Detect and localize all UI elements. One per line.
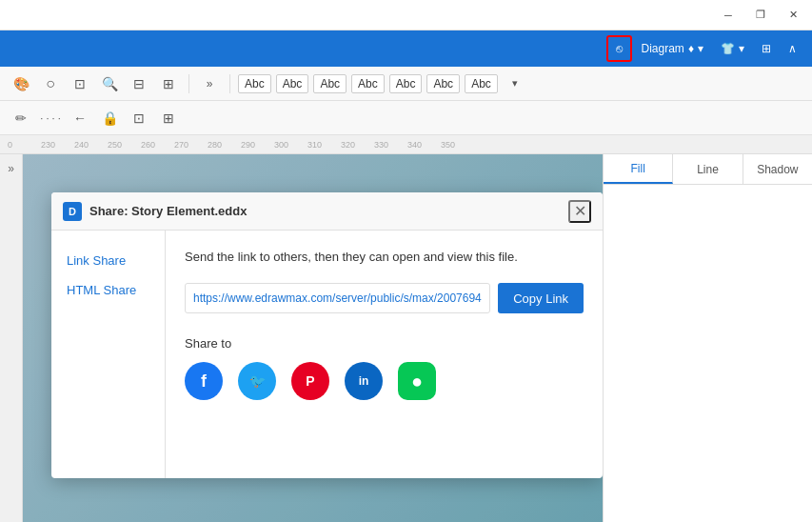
abc-btn-1[interactable]: Abc [238, 74, 271, 93]
line-style-button[interactable]: · · · · [37, 105, 64, 131]
ruler-250: 250 [108, 140, 141, 150]
grid2-button[interactable]: ⊞ [155, 70, 182, 97]
dialog-overlay: D Share: Story Element.eddx ✕ Link Share… [23, 154, 603, 522]
select-button[interactable]: ⊡ [126, 105, 152, 131]
brush-button[interactable]: ✏ [8, 105, 34, 131]
circle-button[interactable]: ○ [37, 70, 64, 97]
canvas-area[interactable]: D Share: Story Element.eddx ✕ Link Share… [23, 154, 603, 522]
tab-fill[interactable]: Fill [604, 154, 673, 184]
grid-icon: ⊞ [762, 42, 771, 55]
toolbar-row2: ✏ · · · · ← 🔒 ⊡ ⊞ [0, 101, 812, 135]
connect-button[interactable]: ⊞ [155, 105, 182, 131]
sidebar-item-link-share[interactable]: Link Share [51, 246, 165, 275]
copy-link-button[interactable]: Copy Link [498, 283, 584, 313]
title-bar: ─ ❐ ✕ [0, 0, 812, 30]
pinterest-share-button[interactable]: P [291, 362, 329, 400]
dialog-sidebar: Link Share HTML Share [51, 231, 166, 478]
crop-icon: ⊡ [74, 76, 86, 91]
abc-btn-6[interactable]: Abc [426, 74, 460, 93]
lock-button[interactable]: 🔒 [96, 105, 123, 131]
ruler-260: 260 [141, 140, 174, 150]
abc-btn-5[interactable]: Abc [389, 74, 423, 93]
abc-btn-2[interactable]: Abc [276, 74, 309, 93]
frame-button[interactable]: ⊟ [126, 70, 152, 97]
brush-icon: ✏ [15, 110, 27, 126]
twitter-share-button[interactable]: 🐦 [238, 362, 276, 400]
diamond-icon: ♦ [688, 42, 694, 55]
ruler-350: 350 [441, 140, 474, 150]
toolbar-right-actions: ⎋ Diagram ♦ ▾ 👕 ▾ ⊞ ∧ [606, 35, 804, 62]
shirt-icon: 👕 [721, 42, 735, 55]
ruler-330: 330 [374, 140, 407, 150]
share-icon: ⎋ [616, 42, 623, 55]
circle-icon: ○ [46, 75, 55, 92]
lock-icon: 🔒 [102, 110, 118, 126]
ruler-marks: 0 230 240 250 260 270 280 290 300 310 32… [8, 140, 474, 150]
tab-shadow[interactable]: Shadow [743, 154, 812, 184]
search-button[interactable]: 🔍 [96, 70, 123, 97]
shirt-dropdown-icon: ▾ [739, 42, 744, 55]
divider1 [188, 74, 189, 93]
frame-icon: ⊟ [133, 76, 145, 91]
url-input[interactable] [185, 283, 490, 313]
ruler-0: 0 [8, 140, 41, 150]
dialog-description: Send the link to others, then they can o… [185, 250, 584, 264]
minimize-button[interactable]: ─ [713, 0, 743, 30]
diagram-label: Diagram [642, 42, 684, 55]
grid2-icon: ⊞ [163, 76, 174, 91]
collapse-top-icon: ∧ [788, 42, 797, 55]
abc-btn-7[interactable]: Abc [465, 74, 498, 93]
tab-line[interactable]: Line [673, 154, 743, 184]
grid-button[interactable]: ⊞ [754, 35, 779, 62]
dialog-app-icon: D [63, 202, 82, 221]
share-to-label: Share to [185, 336, 584, 351]
toolbar-row1: 🎨 ○ ⊡ 🔍 ⊟ ⊞ » Abc Abc Abc Abc Abc Abc Ab… [0, 67, 812, 101]
ruler-310: 310 [307, 140, 341, 150]
panel-collapse-button[interactable]: » [0, 154, 23, 522]
ruler: 0 230 240 250 260 270 280 290 300 310 32… [0, 135, 812, 154]
collapse-left-icon: » [8, 162, 14, 175]
dialog-body: Link Share HTML Share Send the link to o… [51, 231, 603, 478]
dialog-header: D Share: Story Element.eddx ✕ [51, 192, 603, 231]
linkedin-icon: in [359, 374, 369, 388]
diagram-button[interactable]: Diagram ♦ ▾ [634, 35, 711, 62]
ruler-270: 270 [174, 140, 208, 150]
ruler-280: 280 [208, 140, 241, 150]
collapse-top-button[interactable]: ∧ [781, 35, 804, 62]
twitter-icon: 🐦 [249, 373, 266, 389]
facebook-share-button[interactable]: f [185, 362, 223, 400]
line-share-button[interactable]: ● [398, 362, 436, 400]
arrow-button[interactable]: ← [67, 105, 93, 131]
ruler-240: 240 [74, 140, 108, 150]
collapse-btn[interactable]: » [196, 70, 223, 97]
close-button[interactable]: ✕ [778, 0, 808, 30]
crop-button[interactable]: ⊡ [67, 70, 93, 97]
restore-button[interactable]: ❐ [745, 0, 776, 30]
sidebar-item-html-share[interactable]: HTML Share [51, 275, 165, 305]
more-styles-button[interactable]: ▾ [502, 70, 528, 97]
paint-icon: 🎨 [13, 76, 30, 91]
line-style-icon: · · · · [40, 112, 60, 124]
shirt-button[interactable]: 👕 ▾ [713, 35, 752, 62]
share-dialog: D Share: Story Element.eddx ✕ Link Share… [51, 192, 603, 478]
dialog-title: Share: Story Element.eddx [89, 204, 561, 218]
url-row: Copy Link [185, 283, 584, 313]
arrow-icon: ← [73, 110, 87, 126]
pinterest-icon: P [306, 373, 314, 389]
abc-btn-4[interactable]: Abc [351, 74, 385, 93]
social-icons-row: f 🐦 P in ● [185, 362, 584, 400]
select-icon: ⊡ [133, 110, 145, 126]
main-content: » D Share: Story Elem [0, 154, 812, 522]
right-panel-tabs: Fill Line Shadow [604, 154, 812, 185]
window-controls: ─ ❐ ✕ [713, 0, 808, 30]
ruler-320: 320 [341, 140, 374, 150]
share-button[interactable]: ⎋ [606, 35, 632, 62]
diagram-dropdown-icon: ▾ [698, 42, 703, 55]
abc-btn-3[interactable]: Abc [313, 74, 347, 93]
ruler-300: 300 [274, 140, 307, 150]
linkedin-share-button[interactable]: in [345, 362, 383, 400]
dialog-close-button[interactable]: ✕ [568, 200, 591, 223]
paint-button[interactable]: 🎨 [8, 70, 34, 97]
ruler-340: 340 [407, 140, 441, 150]
top-toolbar: ⎋ Diagram ♦ ▾ 👕 ▾ ⊞ ∧ [0, 30, 812, 67]
